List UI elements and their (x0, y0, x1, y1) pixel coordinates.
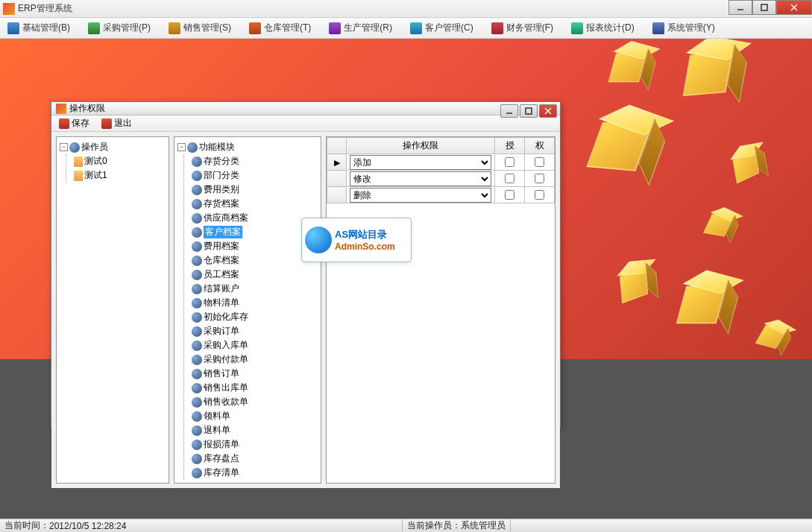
tree-label: 报损清单 (204, 438, 239, 451)
col-permission[interactable]: 操作权限 (347, 138, 495, 154)
menu-item[interactable]: 客户管理(C) (406, 20, 478, 36)
col-grant[interactable]: 授 (495, 138, 525, 154)
module-tree-panel: −功能模块存货分类部门分类费用类别存货档案供应商档案客户档案费用档案仓库档案员工… (174, 136, 321, 484)
dialog-minimize-button[interactable] (500, 104, 518, 118)
deny-checkbox[interactable] (535, 190, 544, 200)
tree-leaf[interactable]: 员工档案 (190, 267, 319, 282)
tree-leaf[interactable]: 库存盘点 (190, 452, 319, 466)
grant-cell[interactable] (495, 187, 525, 203)
grant-cell[interactable] (495, 171, 525, 187)
menu-icon (571, 22, 583, 34)
perm-cell[interactable]: 删除 (347, 187, 495, 203)
tree-leaf[interactable]: 领料单 (190, 409, 319, 423)
menu-item[interactable]: 销售管理(S) (164, 20, 236, 36)
tree-label: 销售订单 (204, 367, 239, 380)
collapse-icon[interactable]: − (177, 143, 186, 151)
menu-item[interactable]: 报表统计(D) (567, 20, 639, 36)
user-value: 系统管理员 (461, 519, 506, 532)
menu-icon (491, 22, 503, 34)
menu-item[interactable]: 生产管理(R) (324, 20, 397, 36)
main-titlebar: ERP管理系统 (0, 0, 812, 18)
grant-checkbox[interactable] (505, 174, 514, 183)
tree-leaf[interactable]: 采购付款单 (190, 352, 319, 367)
operator-tree[interactable]: −操作员测试0测试1 (57, 137, 169, 186)
tree-leaf[interactable]: 存货分类 (190, 154, 319, 168)
tree-root[interactable]: −功能模块 (176, 140, 319, 154)
module-icon (192, 241, 202, 252)
tree-leaf[interactable]: 部门分类 (190, 168, 319, 183)
grid-row[interactable]: 修改 (327, 171, 555, 187)
deny-cell[interactable] (525, 171, 555, 187)
tree-label: 费用档案 (204, 240, 239, 253)
tree-leaf[interactable]: 物料清单 (190, 296, 319, 310)
dialog-icon (56, 104, 66, 114)
perm-cell[interactable]: 添加 (347, 154, 495, 171)
grant-checkbox[interactable] (505, 157, 514, 167)
menu-item[interactable]: 基础管理(B) (3, 20, 75, 36)
permission-grid[interactable]: 操作权限授权▶添加修改删除 (327, 137, 555, 203)
menu-item[interactable]: 财务管理(F) (487, 20, 558, 36)
grant-cell[interactable] (495, 154, 525, 171)
tree-label: 功能模块 (199, 141, 235, 153)
tree-label: 结算账户 (204, 282, 239, 295)
main-window: ERP管理系统 基础管理(B)采购管理(P)销售管理(S)仓库管理(T)生产管理… (0, 0, 812, 532)
tree-leaf[interactable]: 采购入库单 (190, 338, 319, 352)
tree-leaf[interactable]: 费用类别 (190, 183, 319, 197)
grant-checkbox[interactable] (505, 190, 514, 200)
menu-item[interactable]: 仓库管理(T) (245, 20, 315, 36)
module-icon (192, 312, 202, 323)
collapse-icon[interactable]: − (60, 143, 68, 151)
tree-leaf[interactable]: 仓库档案 (190, 253, 319, 267)
save-button[interactable]: 保存 (56, 115, 92, 131)
dialog-close-button[interactable] (539, 104, 557, 118)
tree-label: 初始化库存 (204, 311, 248, 323)
tree-leaf[interactable]: 测试1 (72, 168, 167, 183)
menu-item[interactable]: 系统管理(Y) (648, 20, 720, 36)
tree-root[interactable]: −操作员 (58, 140, 167, 154)
tree-leaf[interactable]: 销售订单 (190, 367, 319, 381)
tree-label: 销售收款单 (204, 396, 248, 408)
tree-leaf[interactable]: 报损清单 (190, 437, 319, 452)
deny-cell[interactable] (525, 187, 555, 203)
dialog-maximize-button[interactable] (520, 104, 538, 118)
content-area: 操作权限 保存 退出 −操作员测试0测试1 −功能模块存货分类部门分类费用类别存… (0, 39, 812, 519)
deny-checkbox[interactable] (535, 174, 544, 183)
module-tree[interactable]: −功能模块存货分类部门分类费用类别存货档案供应商档案客户档案费用档案仓库档案员工… (174, 137, 321, 483)
tree-leaf[interactable]: 库存清单 (190, 466, 319, 480)
tree-leaf[interactable]: 结算账户 (190, 282, 319, 296)
tree-leaf[interactable]: 测试0 (72, 154, 167, 168)
module-icon (192, 341, 202, 351)
tree-label: 采购订单 (204, 325, 239, 338)
tree-leaf[interactable]: 客户档案 (190, 225, 319, 239)
tree-leaf[interactable]: 初始化库存 (190, 310, 319, 324)
close-button[interactable] (776, 0, 812, 15)
deny-checkbox[interactable] (535, 157, 544, 167)
tree-leaf[interactable]: 销售出库单 (190, 381, 319, 395)
perm-select[interactable]: 修改 (350, 171, 491, 186)
maximize-button[interactable] (752, 0, 776, 15)
col-deny[interactable]: 权 (525, 138, 555, 154)
perm-cell[interactable]: 修改 (347, 171, 495, 187)
tree-leaf[interactable]: 采购订单 (190, 324, 319, 338)
menu-label: 采购管理(P) (103, 22, 151, 34)
tree-leaf[interactable]: 销售收款单 (190, 395, 319, 409)
menu-icon (410, 22, 422, 34)
tree-leaf[interactable]: 存货档案 (190, 197, 319, 211)
tree-label: 供应商档案 (204, 212, 248, 224)
menu-item[interactable]: 采购管理(P) (84, 20, 155, 36)
module-icon (192, 440, 202, 450)
deny-cell[interactable] (525, 154, 555, 171)
module-icon (192, 397, 202, 408)
tree-leaf[interactable]: 供应商档案 (190, 211, 319, 225)
minimize-button[interactable] (728, 0, 752, 15)
module-icon (192, 355, 202, 365)
menu-label: 仓库管理(T) (264, 22, 311, 34)
tree-leaf[interactable]: 退料单 (190, 423, 319, 437)
tree-leaf[interactable]: 费用档案 (190, 239, 319, 253)
perm-select[interactable]: 删除 (350, 188, 491, 203)
exit-button[interactable]: 退出 (98, 115, 135, 131)
grid-row[interactable]: 删除 (327, 187, 555, 203)
app-title: ERP管理系统 (18, 2, 809, 15)
grid-row[interactable]: ▶添加 (327, 154, 555, 171)
perm-select[interactable]: 添加 (350, 155, 491, 170)
